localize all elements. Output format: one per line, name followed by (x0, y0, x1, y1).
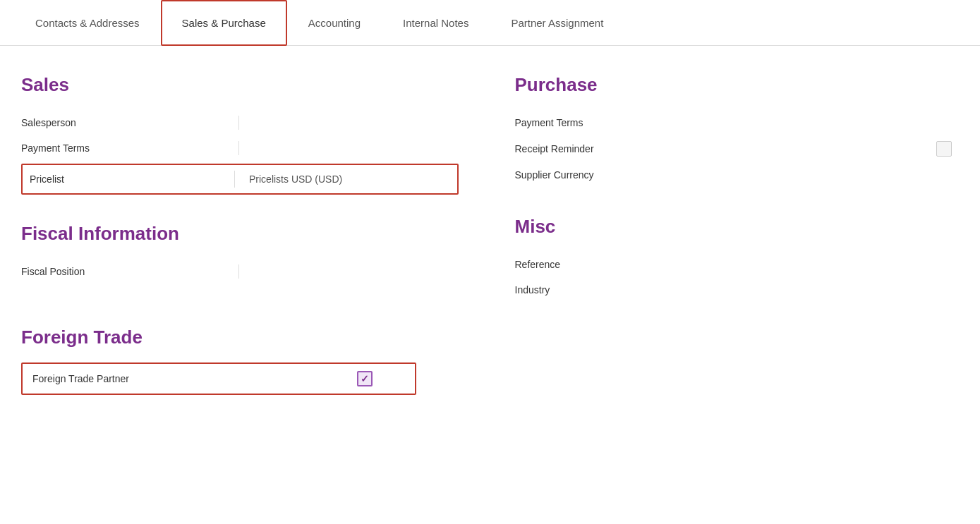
supplier-currency-label: Supplier Currency (515, 169, 727, 181)
industry-row: Industry (515, 277, 952, 303)
reference-row: Reference (515, 252, 952, 277)
fiscal-position-separator (238, 264, 239, 279)
pricelist-separator (234, 171, 235, 188)
sales-payment-terms-label: Payment Terms (21, 142, 233, 154)
misc-section: Misc Reference Industry (515, 216, 952, 303)
misc-title: Misc (515, 216, 952, 238)
salesperson-row: Salesperson (21, 110, 459, 135)
supplier-currency-row: Supplier Currency (515, 162, 952, 188)
foreign-trade-section: Foreign Trade Foreign Trade Partner (21, 327, 459, 395)
fiscal-title: Fiscal Information (21, 223, 459, 245)
purchase-payment-terms-row: Payment Terms (515, 110, 952, 135)
pricelist-row[interactable]: Pricelist Pricelists USD (USD) (21, 164, 459, 195)
reference-label: Reference (515, 259, 727, 270)
pricelist-value[interactable]: Pricelists USD (USD) (242, 173, 450, 185)
purchase-title: Purchase (515, 74, 952, 96)
fiscal-position-label: Fiscal Position (21, 266, 233, 277)
purchase-section: Purchase Payment Terms Receipt Reminder … (515, 74, 952, 188)
industry-label: Industry (515, 284, 727, 295)
tab-contacts[interactable]: Contacts & Addresses (14, 0, 161, 46)
fiscal-section: Fiscal Information Fiscal Position (21, 223, 459, 284)
salesperson-label: Salesperson (21, 117, 233, 128)
sales-payment-terms-row: Payment Terms (21, 135, 459, 161)
tab-bar: Contacts & Addresses Sales & Purchase Ac… (0, 0, 980, 46)
tab-sales-purchase[interactable]: Sales & Purchase (161, 0, 287, 46)
sales-payment-terms-separator (238, 141, 239, 155)
foreign-trade-partner-checkbox[interactable] (357, 371, 373, 386)
right-column: Purchase Payment Terms Receipt Reminder … (501, 74, 952, 423)
pricelist-label: Pricelist (30, 173, 227, 185)
receipt-reminder-checkbox[interactable] (936, 141, 952, 157)
sales-section: Sales Salesperson Payment Terms Pricelis… (21, 74, 459, 195)
tab-internal-notes[interactable]: Internal Notes (382, 0, 490, 46)
sales-title: Sales (21, 74, 459, 96)
foreign-trade-partner-row[interactable]: Foreign Trade Partner (21, 362, 416, 395)
main-content: Sales Salesperson Payment Terms Pricelis… (0, 46, 980, 451)
fiscal-position-row: Fiscal Position (21, 259, 459, 284)
salesperson-separator (238, 116, 239, 130)
foreign-trade-title: Foreign Trade (21, 327, 459, 348)
purchase-payment-terms-label: Payment Terms (515, 117, 727, 128)
foreign-trade-partner-label: Foreign Trade Partner (32, 373, 357, 384)
tab-accounting[interactable]: Accounting (287, 0, 382, 46)
tab-partner-assignment[interactable]: Partner Assignment (490, 0, 624, 46)
receipt-reminder-label: Receipt Reminder (515, 143, 930, 154)
receipt-reminder-row: Receipt Reminder (515, 135, 952, 162)
left-column: Sales Salesperson Payment Terms Pricelis… (21, 74, 501, 423)
